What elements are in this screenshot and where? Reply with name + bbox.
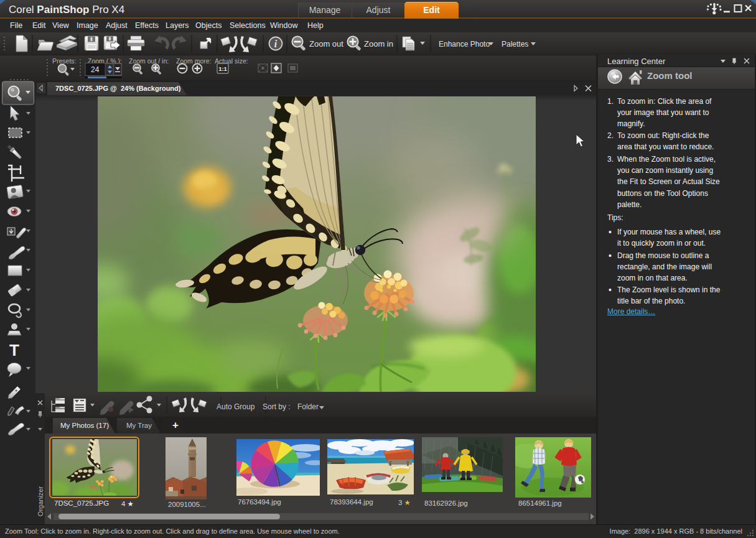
svg-text:T: T bbox=[9, 341, 19, 359]
svg-text:24: 24 bbox=[91, 65, 100, 74]
svg-text:i: i bbox=[274, 39, 278, 49]
svg-text:1:1: 1:1 bbox=[218, 65, 227, 72]
